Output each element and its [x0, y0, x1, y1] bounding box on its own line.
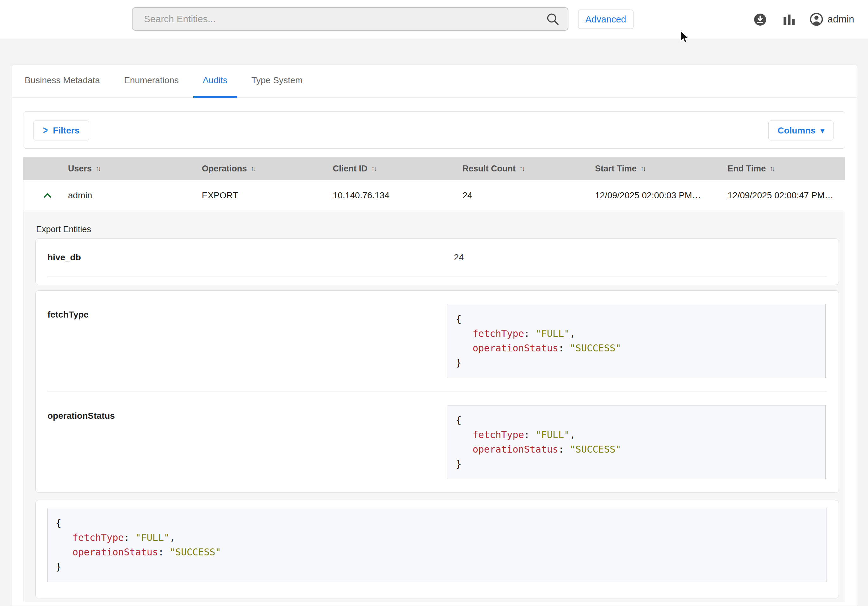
audits-table: Users ↑↓ Operations ↑↓ Client ID ↑↓ Resu…: [23, 157, 845, 601]
top-bar: Advanced admin: [0, 0, 868, 39]
sort-icon: ↑↓: [371, 165, 376, 172]
user-avatar-icon: [810, 12, 823, 26]
caret-down-icon: ▾: [820, 126, 825, 135]
export-entities-panel: hive_db 24: [36, 239, 839, 285]
user-menu[interactable]: admin: [810, 12, 854, 26]
param-row-operationstatus: operationStatus { fetchType: "FULL", ope…: [36, 392, 839, 493]
cell-operations: EXPORT: [157, 180, 288, 211]
audits-table-header: Users ↑↓ Operations ↑↓ Client ID ↑↓ Resu…: [23, 158, 845, 180]
entity-count-value: 24: [454, 253, 464, 262]
cell-end-time: 12/09/2025 02:00:47 PM…: [683, 180, 845, 211]
columns-dropdown-button[interactable]: Columns ▾: [768, 121, 834, 140]
sort-icon: ↑↓: [96, 165, 100, 172]
entity-count-row: hive_db 24: [36, 239, 839, 276]
param-json-preview: { fetchType: "FULL", operationStatus: "S…: [448, 405, 826, 479]
search-input[interactable]: [133, 8, 546, 30]
param-json-preview: { fetchType: "FULL", operationStatus: "S…: [448, 304, 826, 378]
sort-icon: ↑↓: [251, 165, 256, 172]
tab-audits[interactable]: Audits: [193, 65, 237, 98]
audit-table-row[interactable]: admin EXPORT 10.140.76.134 24 12/09/2025…: [23, 180, 845, 211]
sort-icon: ↑↓: [519, 165, 524, 172]
download-icon[interactable]: [754, 13, 766, 26]
column-header-result-count[interactable]: Result Count ↑↓: [418, 158, 550, 180]
column-header-start-time[interactable]: Start Time ↑↓: [550, 158, 683, 180]
param-row-fetchtype: fetchType { fetchType: "FULL", operation…: [36, 291, 839, 392]
result-json-panel: { fetchType: "FULL", operationStatus: "S…: [36, 500, 839, 598]
statistics-icon[interactable]: [782, 13, 796, 26]
divider: [48, 276, 827, 276]
global-search[interactable]: [132, 7, 569, 31]
username-label: admin: [828, 14, 854, 25]
column-header-operations[interactable]: Operations ↑↓: [157, 158, 288, 180]
column-header-users[interactable]: Users ↑↓: [23, 158, 157, 180]
tab-type-system[interactable]: Type System: [242, 65, 312, 98]
param-name: fetchType: [48, 304, 448, 392]
advanced-search-button[interactable]: Advanced: [578, 9, 634, 29]
sort-icon: ↑↓: [770, 165, 774, 172]
result-json: { fetchType: "FULL", operationStatus: "S…: [48, 508, 827, 582]
column-header-end-time[interactable]: End Time ↑↓: [683, 158, 845, 180]
sort-icon: ↑↓: [640, 165, 645, 172]
filters-button-label: Filters: [53, 126, 79, 136]
columns-button-label: Columns: [778, 126, 815, 136]
export-entities-title: Export Entities: [36, 225, 833, 234]
cell-start-time: 12/09/2025 02:00:03 PM…: [550, 180, 683, 211]
search-icon[interactable]: [546, 12, 560, 26]
admin-content-card: Business Metadata Enumerations Audits Ty…: [12, 64, 857, 606]
export-params-panel: fetchType { fetchType: "FULL", operation…: [36, 290, 839, 493]
column-header-client-id[interactable]: Client ID ↑↓: [288, 158, 418, 180]
filters-button[interactable]: > Filters: [33, 121, 89, 140]
audit-row-detail: Export Entities hive_db 24 fetchType { f…: [23, 211, 845, 602]
chevron-right-icon: >: [43, 124, 48, 136]
collapse-caret-icon[interactable]: [43, 193, 51, 198]
param-name: operationStatus: [48, 405, 448, 493]
table-toolbar: > Filters Columns ▾: [23, 111, 845, 149]
tab-business-metadata[interactable]: Business Metadata: [15, 65, 110, 98]
tab-enumerations[interactable]: Enumerations: [115, 65, 188, 98]
cell-client-id: 10.140.76.134: [288, 180, 418, 211]
entity-type-name: hive_db: [48, 253, 454, 262]
cell-result-count: 24: [418, 180, 550, 211]
admin-tabs: Business Metadata Enumerations Audits Ty…: [12, 65, 857, 98]
